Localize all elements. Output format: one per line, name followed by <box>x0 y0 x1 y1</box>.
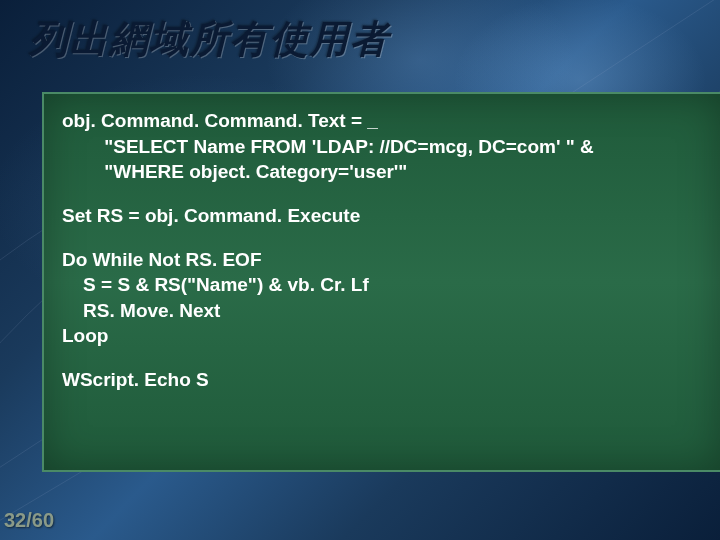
code-line: obj. Command. Command. Text = _ <box>62 110 378 131</box>
code-line: "SELECT Name FROM 'LDAP: //DC=mcg, DC=co… <box>62 136 594 157</box>
slide-title: 列出網域所有使用者 <box>30 14 390 65</box>
code-line: "WHERE object. Category='user'" <box>62 161 407 182</box>
code-block: obj. Command. Command. Text = _ "SELECT … <box>42 92 720 472</box>
code-line: RS. Move. Next <box>62 300 220 321</box>
code-line: Loop <box>62 325 108 346</box>
code-line: S = S & RS("Name") & vb. Cr. Lf <box>62 274 369 295</box>
code-line: Set RS = obj. Command. Execute <box>62 205 360 226</box>
code-line: WScript. Echo S <box>62 369 209 390</box>
code-line: Do While Not RS. EOF <box>62 249 262 270</box>
page-number: 32/60 <box>4 509 54 532</box>
